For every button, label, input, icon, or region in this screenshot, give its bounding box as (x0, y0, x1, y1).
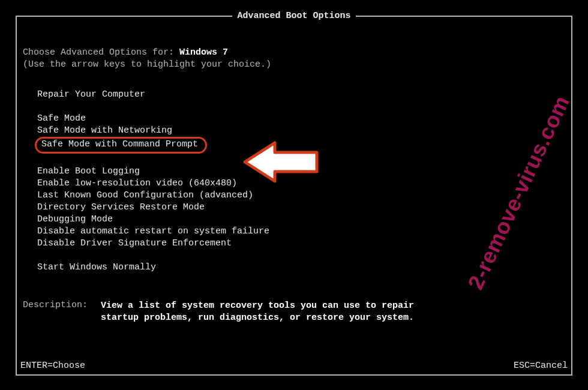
choose-prefix: Choose Advanced Options for: (23, 47, 179, 58)
menu-item-safe-mode-cmd[interactable]: Safe Mode with Command Prompt (35, 137, 207, 154)
menu-group-1: Repair Your Computer (35, 89, 565, 101)
screen-title: Advanced Boot Options (232, 11, 355, 21)
menu-item-repair[interactable]: Repair Your Computer (35, 89, 148, 101)
menu-item-safe-mode[interactable]: Safe Mode (35, 113, 88, 125)
description-text: View a list of system recovery tools you… (101, 300, 425, 324)
content-area: Choose Advanced Options for: Windows 7 (… (17, 17, 571, 324)
menu-item-start-normally[interactable]: Start Windows Normally (35, 262, 158, 274)
menu-item-last-known-good[interactable]: Last Known Good Configuration (advanced) (35, 190, 256, 202)
menu-group-4: Start Windows Normally (35, 262, 565, 274)
menu-item-low-res[interactable]: Enable low-resolution video (640x480) (35, 178, 239, 190)
menu-item-safe-mode-networking[interactable]: Safe Mode with Networking (35, 125, 175, 137)
menu-group-2: Safe Mode Safe Mode with Networking Safe… (35, 113, 565, 154)
hint-line: (Use the arrow keys to highlight your ch… (23, 59, 565, 71)
footer-esc: ESC=Cancel (514, 361, 568, 371)
menu-item-ds-restore[interactable]: Directory Services Restore Mode (35, 202, 207, 214)
description-block: Description: View a list of system recov… (23, 300, 565, 324)
menu-item-boot-logging[interactable]: Enable Boot Logging (35, 166, 142, 178)
choose-line: Choose Advanced Options for: Windows 7 (23, 47, 565, 59)
menu-item-disable-auto-restart[interactable]: Disable automatic restart on system fail… (35, 226, 272, 238)
footer-bar: ENTER=Choose ESC=Cancel (20, 361, 568, 371)
boot-menu[interactable]: Repair Your Computer Safe Mode Safe Mode… (35, 89, 565, 274)
menu-item-debugging[interactable]: Debugging Mode (35, 214, 115, 226)
menu-item-disable-driver-sig[interactable]: Disable Driver Signature Enforcement (35, 238, 234, 250)
footer-enter: ENTER=Choose (20, 361, 85, 371)
menu-group-3: Enable Boot Logging Enable low-resolutio… (35, 166, 565, 250)
os-name: Windows 7 (179, 47, 228, 58)
boot-options-screen: Advanced Boot Options Choose Advanced Op… (16, 16, 572, 376)
description-label: Description: (23, 300, 101, 324)
title-bar: Advanced Boot Options (17, 11, 571, 21)
